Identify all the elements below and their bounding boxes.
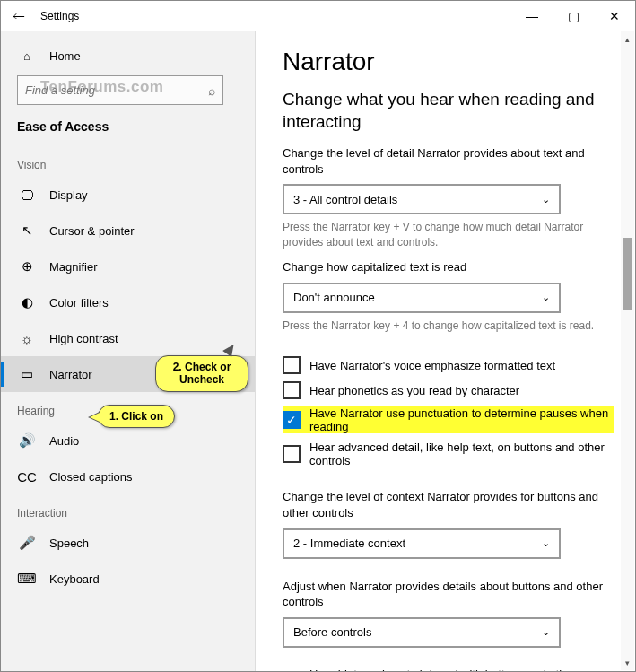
checkbox-advanced-detail[interactable]: Hear advanced detail, like help text, on… (283, 441, 614, 467)
annotation-callout-2: 2. Check or Uncheck (155, 355, 248, 392)
label-detail-level: Change the level of detail Narrator prov… (283, 145, 614, 177)
sidebar-item-color-filters[interactable]: ◐Color filters (1, 284, 255, 320)
search-input[interactable]: ⌕ (17, 75, 223, 105)
nav-icon: ⌨ (17, 571, 37, 587)
chevron-down-icon: ⌄ (542, 292, 550, 303)
sidebar-item-closed-captions[interactable]: CCClosed captions (1, 458, 255, 494)
nav-label: Keyboard (49, 572, 100, 586)
nav-label: Color filters (49, 296, 109, 310)
checkbox-label: Have Narrator's voice emphasize formatte… (309, 359, 555, 372)
dropdown-value: Before controls (293, 625, 542, 639)
section-heading: Change what you hear when reading and in… (283, 89, 614, 133)
checkbox-label: Hear hints on how to interact with butto… (309, 668, 614, 671)
main-content: Narrator Change what you hear when readi… (255, 31, 635, 671)
dropdown-detail-level[interactable]: 3 - All control details ⌄ (283, 184, 561, 214)
nav-icon: 🖵 (17, 188, 37, 203)
nav-label: Closed captions (49, 470, 133, 484)
sidebar-item-cursor-pointer[interactable]: ↖Cursor & pointer (1, 213, 255, 249)
nav-label: Magnifier (49, 260, 97, 274)
nav-label: Narrator (49, 368, 92, 381)
search-field[interactable] (25, 83, 208, 97)
nav-label: Display (49, 188, 88, 202)
chevron-down-icon: ⌄ (542, 194, 550, 205)
vertical-scrollbar[interactable]: ▴ ▾ (621, 31, 634, 670)
nav-icon: CC (17, 469, 37, 484)
search-icon: ⌕ (208, 83, 215, 98)
back-button[interactable]: 🡐 (1, 1, 37, 31)
dropdown-context-level[interactable]: 2 - Immediate context ⌄ (283, 528, 561, 559)
home-link[interactable]: ⌂ Home (1, 42, 255, 70)
dropdown-adjust-details[interactable]: Before controls ⌄ (283, 617, 561, 648)
chevron-down-icon: ⌄ (542, 537, 550, 549)
window-title: Settings (40, 10, 79, 22)
nav-label: Audio (49, 434, 79, 448)
page-title: Narrator (283, 48, 614, 76)
nav-icon: 🔊 (17, 432, 37, 449)
label-caps: Change how capitalized text is read (283, 259, 614, 275)
sidebar-item-display[interactable]: 🖵Display (1, 177, 255, 213)
nav-icon: ⊕ (17, 258, 37, 275)
sidebar-item-speech[interactable]: 🎤Speech (1, 525, 255, 561)
close-button[interactable]: ✕ (594, 1, 635, 31)
chevron-down-icon: ⌄ (542, 626, 550, 638)
checkbox-box (283, 381, 301, 399)
sidebar-item-high-contrast[interactable]: ☼High contrast (1, 320, 255, 356)
nav-icon: ▭ (17, 366, 37, 382)
nav-icon: 🎤 (17, 535, 37, 551)
checkbox-label: Hear advanced detail, like help text, on… (309, 441, 614, 467)
annotation-callout-1: 1. Click on (98, 405, 175, 428)
group-label: Vision (1, 146, 255, 177)
checkbox-label: Hear phonetics as you read by character (309, 384, 519, 397)
nav-icon: ↖ (17, 223, 37, 239)
checkbox-box (283, 445, 301, 463)
scroll-thumb[interactable] (623, 238, 632, 310)
home-icon: ⌂ (17, 49, 37, 63)
dropdown-value: Don't announce (293, 291, 542, 304)
dropdown-value: 2 - Immediate context (293, 537, 542, 550)
checkbox-label: Have Narrator use punctuation to determi… (309, 406, 614, 433)
minimize-button[interactable]: — (511, 1, 553, 31)
checkbox-box: ✓ (283, 411, 301, 429)
checkbox-punctuation-pauses[interactable]: ✓ Have Narrator use punctuation to deter… (283, 406, 614, 433)
checkbox-hear-hints[interactable]: Hear hints on how to interact with butto… (283, 668, 614, 671)
sidebar-item-keyboard[interactable]: ⌨Keyboard (1, 561, 255, 597)
sidebar-item-magnifier[interactable]: ⊕Magnifier (1, 249, 255, 284)
nav-icon: ☼ (17, 331, 37, 346)
checkbox-hear-phonetics[interactable]: Hear phonetics as you read by character (283, 381, 614, 399)
nav-label: Speech (49, 537, 89, 550)
dropdown-value: 3 - All control details (293, 193, 542, 206)
nav-label: Cursor & pointer (49, 224, 135, 238)
maximize-button[interactable]: ▢ (553, 1, 594, 31)
nav-icon: ◐ (17, 294, 37, 310)
checkbox-box (283, 356, 301, 374)
hint-detail: Press the Narrator key + V to change how… (283, 220, 614, 250)
label-context-level: Change the level of context Narrator pro… (283, 489, 614, 520)
nav-label: High contrast (49, 332, 118, 345)
group-label: Interaction (1, 494, 255, 525)
scroll-up-arrow[interactable]: ▴ (621, 31, 634, 47)
sidebar: ⌂ Home ⌕ Ease of Access Vision🖵Display↖C… (1, 31, 255, 671)
scroll-down-arrow[interactable]: ▾ (621, 655, 634, 670)
section-title: Ease of Access (1, 114, 255, 146)
label-adjust-details: Adjust when Narrator provides details ab… (283, 579, 614, 610)
hint-caps: Press the Narrator key + 4 to change how… (283, 319, 614, 334)
home-label: Home (49, 49, 81, 63)
checkbox-emphasize-formatted[interactable]: Have Narrator's voice emphasize formatte… (283, 356, 614, 374)
dropdown-caps[interactable]: Don't announce ⌄ (283, 283, 561, 313)
